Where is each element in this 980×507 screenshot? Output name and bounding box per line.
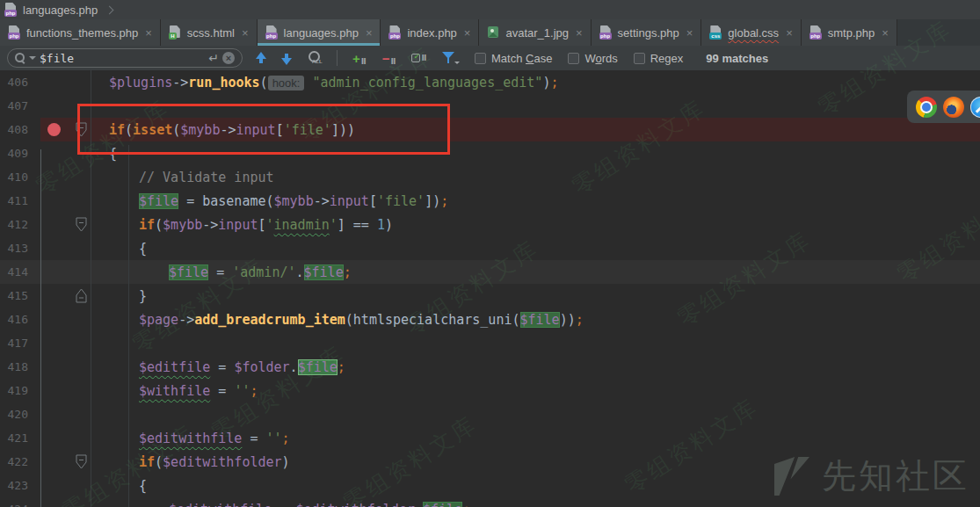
- line-number[interactable]: 413: [0, 242, 40, 255]
- line-number[interactable]: 417: [0, 337, 40, 350]
- tab-scss.html[interactable]: Hscss.html×: [161, 19, 258, 46]
- line-number[interactable]: 419: [0, 384, 40, 397]
- code-token: =: [242, 431, 265, 446]
- chrome-browser-icon[interactable]: [916, 97, 937, 118]
- line-number[interactable]: 418: [0, 360, 40, 373]
- line-number[interactable]: 410: [0, 170, 40, 184]
- code-token: input: [330, 193, 369, 209]
- tab-smtp.php[interactable]: phpsmtp.php×: [802, 19, 897, 46]
- code-token: (: [512, 312, 519, 328]
- line-number[interactable]: 411: [0, 194, 40, 207]
- line-number[interactable]: 420: [0, 408, 40, 421]
- tab-settings.php[interactable]: phpsettings.php×: [592, 19, 702, 46]
- line-number[interactable]: 414: [0, 265, 40, 279]
- code-token: [: [258, 217, 265, 233]
- fold-open-icon[interactable]: [76, 454, 87, 469]
- select-all-occurrences-icon[interactable]: Ⅱ: [411, 54, 427, 62]
- code-text: $editfile = $folder.$file;: [40, 359, 345, 375]
- search-query-text[interactable]: $file: [40, 52, 205, 65]
- line-number[interactable]: 407: [0, 99, 40, 112]
- code-token: {: [139, 478, 147, 494]
- code-line-411[interactable]: 411$file = basename($mybb->input['file']…: [0, 189, 980, 213]
- code-line-417[interactable]: 417: [0, 331, 980, 355]
- line-number[interactable]: 423: [0, 479, 40, 492]
- code-line-410[interactable]: 410// Validate input: [0, 165, 980, 189]
- code-line-412[interactable]: 412if($mybb->input['inadmin'] == 1): [0, 213, 980, 236]
- code-line-416[interactable]: 416$page->add_breadcrumb_item(htmlspecia…: [0, 308, 980, 331]
- code-line-418[interactable]: 418$editfile = $folder.$file;: [0, 355, 980, 379]
- tab-label: index.php: [407, 26, 456, 40]
- code-line-406[interactable]: 406$plugins->run_hooks(hook: "admin_conf…: [0, 70, 980, 94]
- find-all-icon[interactable]: [308, 51, 322, 65]
- checkbox-label: Words: [584, 52, 617, 65]
- tab-avatar_1.jpg[interactable]: avatar_1.jpg×: [479, 19, 591, 46]
- close-tab-icon[interactable]: ×: [786, 26, 793, 40]
- add-occurrence-icon[interactable]: +Ⅱ: [352, 51, 367, 66]
- close-tab-icon[interactable]: ×: [686, 26, 693, 40]
- code-line-414[interactable]: 414$file = 'admin/'.$file;: [0, 260, 980, 284]
- tab-index.php[interactable]: phpindex.php×: [381, 19, 479, 46]
- line-number[interactable]: 422: [0, 455, 40, 468]
- close-tab-icon[interactable]: ×: [366, 26, 373, 40]
- code-token: $mybb: [163, 217, 202, 233]
- code-token: hook:: [268, 76, 305, 91]
- firefox-browser-icon[interactable]: [943, 97, 964, 118]
- filter-icon[interactable]: [442, 52, 456, 64]
- code-token: add_breadcrumb_item: [194, 312, 345, 328]
- code-token: =: [210, 359, 234, 375]
- line-number[interactable]: 415: [0, 289, 40, 302]
- checkbox-regex[interactable]: Regex: [634, 52, 684, 65]
- php-file-icon: php: [599, 25, 613, 40]
- line-number[interactable]: 408: [0, 123, 40, 136]
- fold-open-icon[interactable]: [76, 217, 87, 232]
- previous-match-icon[interactable]: [255, 52, 266, 65]
- search-input[interactable]: $file ↵ ×: [7, 48, 243, 68]
- code-token: $plugins: [109, 75, 172, 91]
- code-line-420[interactable]: 420: [0, 402, 980, 426]
- safari-browser-icon[interactable]: [970, 97, 980, 118]
- code-token: ;: [282, 431, 290, 446]
- code-token: [: [369, 193, 377, 209]
- checkbox-words[interactable]: Words: [568, 52, 617, 65]
- line-number[interactable]: 416: [0, 313, 40, 326]
- line-number[interactable]: 412: [0, 218, 40, 231]
- line-number[interactable]: 409: [0, 147, 40, 160]
- close-tab-icon[interactable]: ×: [576, 26, 583, 40]
- breakpoint-icon[interactable]: [47, 123, 61, 136]
- line-number[interactable]: 421: [0, 431, 40, 445]
- tab-global.css[interactable]: cssglobal.css×: [701, 19, 801, 46]
- checkbox-box[interactable]: [634, 53, 645, 64]
- remove-occurrence-icon[interactable]: −Ⅱ: [382, 51, 397, 66]
- find-toolbar: $file ↵ × +Ⅱ −Ⅱ Ⅱ Match CaseWordsRegex99…: [0, 46, 980, 70]
- code-line-413[interactable]: 413{: [0, 236, 980, 260]
- line-number[interactable]: 424: [0, 503, 40, 507]
- breadcrumb: php languages.php: [0, 0, 980, 19]
- close-tab-icon[interactable]: ×: [242, 26, 249, 40]
- next-match-icon[interactable]: [281, 52, 293, 65]
- line-number[interactable]: 406: [0, 76, 40, 89]
- code-token: 1: [377, 217, 385, 233]
- checkbox-box[interactable]: [568, 53, 579, 64]
- close-tab-icon[interactable]: ×: [464, 26, 471, 40]
- clear-search-icon[interactable]: ×: [222, 52, 235, 64]
- code-line-415[interactable]: 415}: [0, 284, 980, 308]
- fold-close-icon[interactable]: [76, 288, 87, 303]
- close-tab-icon[interactable]: ×: [145, 26, 152, 40]
- checkbox-box[interactable]: [475, 53, 486, 64]
- code-token: .: [290, 359, 298, 375]
- close-tab-icon[interactable]: ×: [882, 26, 889, 40]
- code-token: if: [139, 217, 155, 233]
- tab-functions_themes.php[interactable]: phpfunctions_themes.php×: [0, 19, 161, 46]
- checkbox-match-case[interactable]: Match Case: [475, 52, 552, 65]
- code-line-419[interactable]: 419$withfile = '';: [0, 379, 980, 402]
- code-token: ->: [202, 217, 218, 233]
- editor-tab-bar: phpfunctions_themes.php×Hscss.html×phpla…: [0, 19, 980, 46]
- code-token: .: [415, 502, 423, 507]
- php-file-icon: php: [4, 3, 18, 17]
- tab-languages.php[interactable]: phplanguages.php×: [258, 19, 381, 46]
- code-token: $withfile: [139, 383, 210, 399]
- code-token: (: [345, 312, 353, 328]
- code-line-421[interactable]: 421$editwithfile = '';: [0, 426, 980, 450]
- breadcrumb-file[interactable]: languages.php: [23, 4, 98, 17]
- search-history-chevron-icon[interactable]: [29, 56, 36, 60]
